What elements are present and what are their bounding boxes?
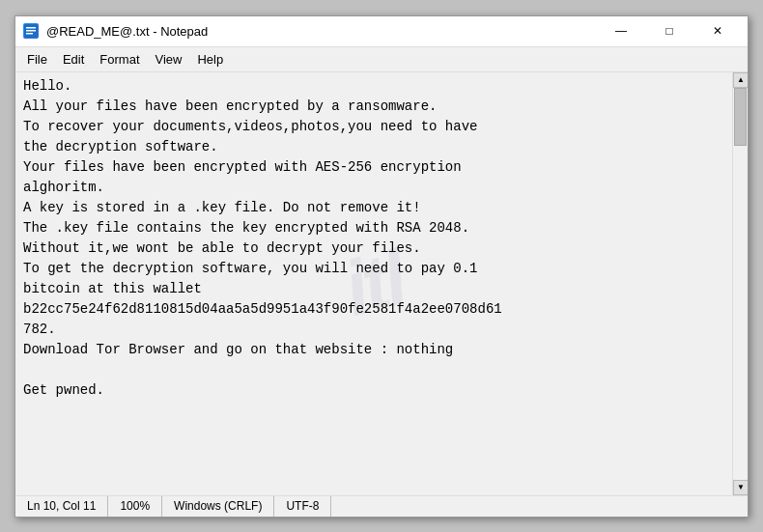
menu-help[interactable]: Help <box>189 50 231 69</box>
menu-file[interactable]: File <box>19 50 55 69</box>
content-area: itl ▲ ▼ <box>15 72 748 495</box>
scroll-down-button[interactable]: ▼ <box>733 480 748 495</box>
window-title: @READ_ME@.txt - Notepad <box>46 24 599 39</box>
menu-format[interactable]: Format <box>92 50 147 69</box>
close-button[interactable]: ✕ <box>695 17 740 44</box>
minimize-button[interactable]: — <box>599 17 643 44</box>
scroll-up-button[interactable]: ▲ <box>733 72 748 88</box>
window-controls: — □ ✕ <box>599 17 740 44</box>
notepad-window: @READ_ME@.txt - Notepad — □ ✕ File Edit … <box>14 15 749 518</box>
maximize-button[interactable]: □ <box>647 17 692 44</box>
text-editor[interactable] <box>15 72 732 495</box>
svg-rect-2 <box>26 30 36 32</box>
app-icon <box>23 23 39 39</box>
menu-view[interactable]: View <box>148 50 190 69</box>
status-zoom: 100% <box>108 496 162 517</box>
status-bar: Ln 10, Col 11 100% Windows (CRLF) UTF-8 <box>15 495 748 517</box>
scrollbar: ▲ ▼ <box>732 72 748 495</box>
status-line-col: Ln 10, Col 11 <box>15 496 108 517</box>
title-bar: @READ_ME@.txt - Notepad — □ ✕ <box>15 16 748 47</box>
scrollbar-thumb[interactable] <box>734 88 747 146</box>
status-line-ending: Windows (CRLF) <box>162 496 274 517</box>
content-wrapper: itl <box>15 72 732 495</box>
svg-rect-3 <box>26 33 33 35</box>
status-encoding: UTF-8 <box>274 496 331 517</box>
menu-edit[interactable]: Edit <box>55 50 92 69</box>
menu-bar: File Edit Format View Help <box>15 47 748 72</box>
scrollbar-track[interactable] <box>733 88 748 480</box>
svg-rect-1 <box>26 27 36 29</box>
